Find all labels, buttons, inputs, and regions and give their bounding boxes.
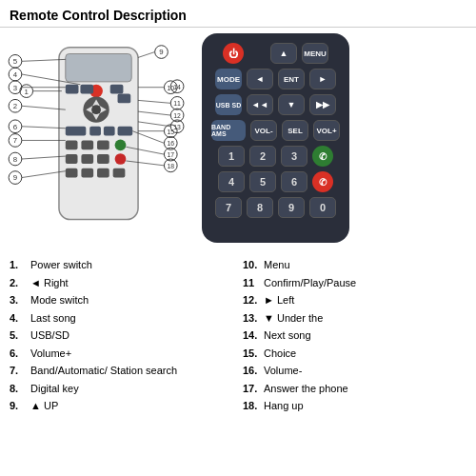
num-6-btn[interactable]: 6 [281, 171, 307, 192]
svg-text:12: 12 [173, 112, 181, 119]
svg-text:9: 9 [159, 48, 163, 56]
usb-btn[interactable]: USB SD [215, 94, 242, 115]
svg-text:4: 4 [13, 70, 18, 79]
svg-rect-27 [97, 169, 109, 178]
description-item: 2.◄ Right [10, 275, 233, 291]
description-item: 10.Menu [243, 257, 466, 273]
svg-rect-9 [66, 85, 79, 94]
svg-line-58 [138, 52, 155, 58]
down-btn[interactable]: ▼ [278, 94, 305, 115]
description-item: 3.Mode switch [10, 292, 233, 308]
remote-photo: ⏻ ▲ MENU MODE ◄ ENT ► USB SD ◄◄ ▼ ▶▶ BAN… [202, 33, 349, 243]
svg-rect-21 [66, 154, 78, 164]
vol-plus-btn[interactable]: VOL+ [313, 120, 340, 141]
num-3-btn[interactable]: 3 [281, 146, 307, 167]
description-item: 1.Power switch [10, 257, 233, 273]
svg-text:7: 7 [13, 136, 17, 145]
description-item: 9.▲ UP [10, 398, 233, 414]
svg-text:17: 17 [167, 151, 174, 158]
num-0-btn[interactable]: 0 [309, 197, 336, 218]
num-1-btn[interactable]: 1 [218, 146, 245, 167]
svg-rect-12 [118, 94, 131, 104]
power-btn[interactable]: ⏻ [223, 43, 244, 64]
description-item: 6.Volume+ [10, 346, 233, 362]
description-item: 17.Answer the phone [243, 381, 466, 397]
hangup-btn[interactable]: ✆ [312, 171, 333, 192]
svg-rect-13 [66, 127, 87, 136]
svg-rect-14 [89, 127, 101, 136]
ent-btn[interactable]: ENT [278, 69, 305, 89]
description-item: 15.Choice [243, 346, 466, 362]
svg-text:6: 6 [13, 123, 17, 131]
svg-text:5: 5 [13, 57, 18, 66]
call-btn[interactable]: ✆ [312, 146, 333, 167]
mode-btn[interactable]: MODE [215, 69, 242, 89]
svg-text:18: 18 [167, 163, 174, 169]
svg-text:2: 2 [13, 102, 17, 110]
description-item: 11Confirm/Play/Pause [243, 275, 466, 291]
svg-rect-16 [118, 127, 133, 136]
description-item: 16.Volume- [243, 363, 466, 379]
svg-text:3: 3 [13, 84, 17, 92]
num-2-btn[interactable]: 2 [249, 146, 276, 167]
svg-rect-11 [110, 85, 124, 94]
svg-text:11: 11 [173, 100, 181, 107]
svg-text:1: 1 [25, 88, 29, 96]
svg-line-64 [138, 100, 170, 103]
description-item: 8.Digital key [10, 381, 233, 397]
num-9-btn[interactable]: 9 [278, 197, 305, 218]
description-item: 4.Last song [10, 310, 233, 327]
description-item: 18.Hang up [243, 398, 466, 414]
page-title: Remote Control Description [0, 0, 476, 28]
svg-line-70 [138, 122, 170, 127]
sel-btn[interactable]: SEL [282, 120, 308, 141]
svg-rect-17 [66, 140, 78, 149]
svg-point-24 [115, 153, 127, 165]
svg-point-8 [91, 105, 101, 114]
svg-text:15: 15 [167, 129, 174, 135]
description-item: 7.Band/Automatic/ Station search [10, 363, 233, 379]
svg-rect-15 [104, 127, 115, 136]
svg-text:16: 16 [167, 140, 174, 147]
svg-rect-19 [97, 140, 109, 149]
svg-rect-25 [66, 169, 78, 178]
num-8-btn[interactable]: 8 [247, 197, 273, 218]
menu-btn[interactable]: MENU [302, 43, 328, 64]
description-item: 5.USB/SD [10, 327, 233, 344]
svg-text:9: 9 [13, 173, 17, 182]
svg-text:8: 8 [13, 155, 17, 164]
num-7-btn[interactable]: 7 [215, 197, 242, 218]
prev-btn[interactable]: ◄◄ [247, 94, 273, 115]
right-btn[interactable]: ► [309, 69, 336, 89]
description-item: 13.▼ Under the [243, 310, 466, 327]
next-btn[interactable]: ▶▶ [309, 94, 336, 115]
remote-diagram: 1 2 3 4 5 6 7 [6, 33, 196, 246]
svg-line-67 [138, 111, 170, 115]
svg-rect-10 [80, 85, 93, 94]
svg-rect-18 [81, 140, 93, 149]
svg-rect-1 [66, 54, 131, 82]
svg-rect-23 [97, 154, 109, 164]
description-item: 14.Next song [243, 327, 466, 344]
left-btn[interactable]: ◄ [247, 69, 273, 89]
band-btn[interactable]: BAND AMS [211, 120, 246, 141]
svg-point-20 [115, 139, 127, 150]
svg-rect-26 [81, 169, 93, 178]
num-4-btn[interactable]: 4 [218, 171, 245, 192]
description-item: 12.► Left [243, 292, 466, 308]
svg-rect-22 [81, 154, 93, 164]
num-5-btn[interactable]: 5 [249, 171, 276, 192]
svg-rect-28 [113, 169, 126, 178]
vol-minus-btn[interactable]: VOL- [250, 120, 277, 141]
descriptions-list: 1.Power switch10.Menu2.◄ Right11Confirm/… [0, 251, 476, 420]
svg-text:14: 14 [173, 84, 181, 90]
up-btn[interactable]: ▲ [270, 43, 297, 64]
